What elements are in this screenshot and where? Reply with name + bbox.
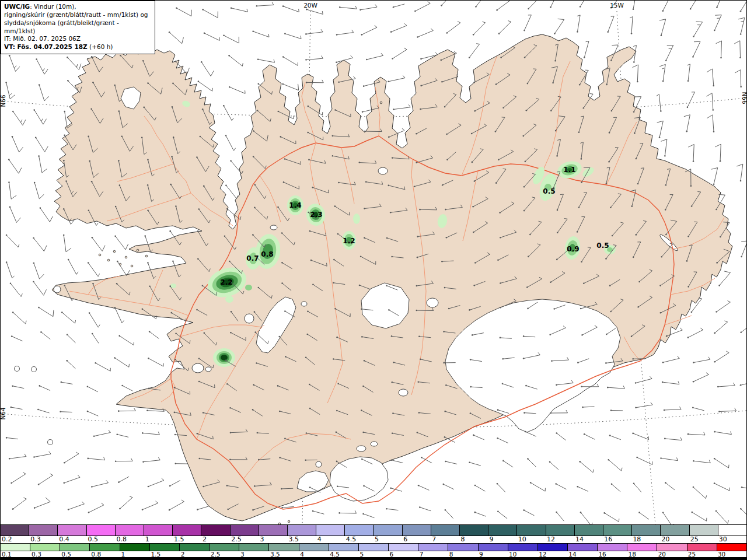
snow-scale-tick-label: 3 [240,551,245,558]
small-island [137,249,139,251]
rain-scale-tick-label: 6 [403,536,407,543]
snow-scale-tick-label: 12 [539,551,546,558]
rain-scale-tick-label: 25 [690,536,699,543]
rain-scale-tick-label: 9 [490,536,494,543]
rain-scale-tick-label: 1 [145,536,149,543]
snow-scale-tick-label: 5 [359,551,364,558]
precip-value-label: 2.2 [220,278,232,286]
parallel-label-n64-left: N64 [1,407,6,420]
precip-ring [221,355,228,360]
meridian-label-20w: 20W [303,2,317,9]
product-name: UWC/IG [4,3,30,10]
snow-scale-cell [210,544,239,551]
small-island [99,254,101,256]
rain-scale-tick-label: 8 [460,536,465,543]
small-island [288,520,290,523]
rain-scale-tick-label: 2.5 [231,536,242,543]
snow-scale-cell [418,544,448,551]
snow-scale-cell [239,544,269,551]
snow-scale-cell [180,544,210,551]
precip-blob [225,296,233,303]
colorbar-legend: 0.20.30.40.50.811.522.533.544.5567891012… [1,524,746,560]
rain-scale-tick-label: 0.4 [59,536,69,543]
snow-scale-cell [479,544,508,551]
snow-scale-cell [359,544,389,551]
snow-scale-cell [508,544,538,551]
snow-scale-cell [687,544,717,551]
precip-ring [245,285,252,290]
rain-colorbar-labels: 0.20.30.40.50.811.522.533.544.5567891012… [1,536,746,543]
precip-value-label: 2.3 [310,211,322,219]
title-line-2: rigning/skúrir (grænt/blátt/rautt - mm/1… [4,11,151,19]
rain-scale-cell [1,525,29,536]
snow-scale-tick-label: 3.5 [270,551,280,558]
glacier-tungnafellsjokull [427,298,438,307]
barb-half-tick [134,342,134,345]
rain-scale-cell [661,525,689,536]
rain-scale-cell [718,525,746,536]
barb-staff [340,513,357,513]
rain-scale-cell [488,525,517,536]
rain-scale-tick-label: 2 [203,536,207,543]
snow-scale-cell [657,544,687,551]
snow-scale-cell [150,544,180,551]
rain-scale-tick-label: 3 [260,536,264,543]
rain-scale-cell [575,525,603,536]
map-title-box: UWC/IG: Vindur (10m), rigning/skúrir (gr… [1,1,155,54]
precip-value-label: 0.5 [596,242,609,250]
rain-scale-tick-label: 3.5 [289,536,299,543]
rain-scale-tick-label: 14 [575,536,584,543]
snow-scale-tick-label: 2.5 [211,551,221,558]
glacier-tindfjallajokull [316,461,322,467]
barb-half-tick [501,117,504,118]
rain-scale-cell [144,525,173,536]
snow-scale-cell [60,544,90,551]
barb-half-tick [213,365,214,368]
snow-scale-tick-label: 6 [390,551,394,558]
rain-scale-cell [345,525,374,536]
rain-scale-tick-label: 10 [518,536,526,543]
rain-scale-cell [116,525,144,536]
snow-scale-tick-label: 25 [688,551,696,558]
rain-scale-cell [316,525,345,536]
snow-scale-cell [717,544,746,551]
rain-scale-cell [403,525,431,536]
snow-scale-tick-label: 14 [568,551,576,558]
rain-scale-cell [231,525,259,536]
rain-scale-tick-label: 12 [547,536,555,543]
snow-scale-cell [568,544,598,551]
snow-scale-cell [299,544,329,551]
snow-scale-cell [627,544,657,551]
rain-scale-tick-label: 0.5 [88,536,98,543]
rain-scale-cell [431,525,460,536]
snow-scale-tick-label: 1 [121,551,125,558]
barb-half-tick [588,247,591,248]
rain-scale-cell [690,525,718,536]
meridian-label-15w: 15W [610,2,624,9]
rain-colorbar [1,524,746,536]
barb-full-tick [612,45,618,46]
rain-scale-tick-label: 20 [662,536,670,543]
weather-map: 1.42.31.20.70.82.21.10.50.90.5 20W15WN66… [1,1,746,524]
rain-scale-cell [201,525,230,536]
snow-colorbar [1,543,746,551]
rain-scale-tick-label: 7 [432,536,436,543]
rain-scale-tick-label: 4.5 [346,536,357,543]
small-island [131,265,133,267]
lake-blondulon [270,225,277,230]
rain-scale-tick-label: 4 [317,536,322,543]
parallel-label-n66-left: N66 [1,94,6,107]
title-line-3: slydda/snjókoma (grátt/bleikt/grænt - mm… [4,19,151,36]
snow-scale-cell [329,544,359,551]
rain-scale-cell [29,525,58,536]
precip-value-label: 0.5 [543,187,555,195]
barb-half-tick [590,94,593,94]
snow-scale-cell [1,544,30,551]
snow-scale-cell [448,544,478,551]
rain-scale-tick-label: 30 [719,536,727,543]
snow-scale-tick-label: 0.1 [2,551,12,558]
lake-myvatn [378,167,388,174]
glacier-torfajokull [357,446,366,452]
barb-half-tick [327,263,327,266]
glacier-snaefellsjokull [54,286,61,293]
